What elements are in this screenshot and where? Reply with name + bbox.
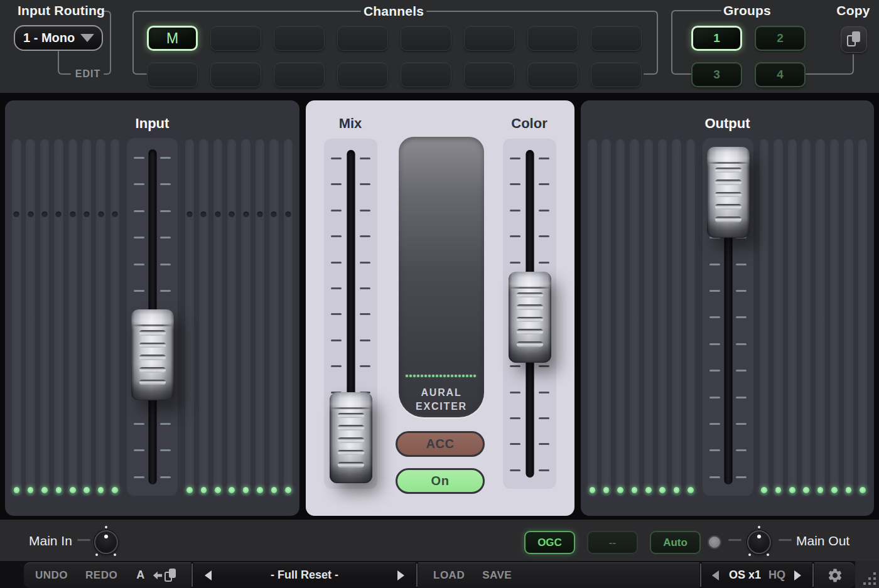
tick [736, 449, 747, 451]
tick [160, 237, 171, 238]
ddot [436, 375, 438, 377]
ledcell [830, 487, 839, 493]
bar [284, 139, 293, 496]
ab-state-button[interactable]: A [136, 569, 145, 582]
os-value[interactable]: OS x1 [729, 569, 761, 582]
channel-button-6[interactable] [464, 26, 515, 51]
channel-button-14[interactable] [464, 62, 515, 87]
undo-button[interactable]: UNDO [35, 569, 68, 582]
toolbar-preset-section: - Full Reset - [193, 562, 416, 588]
ledcell [630, 487, 639, 493]
main-in-dash [77, 539, 90, 541]
tick [360, 262, 370, 264]
channel-button-3[interactable] [274, 26, 325, 51]
ddot [417, 375, 419, 377]
channel-button-12[interactable] [337, 62, 388, 87]
copy-to-b-button[interactable] [153, 568, 178, 583]
input-fader-handle[interactable] [131, 309, 174, 400]
toolbar-file-section: LOAD SAVE [418, 562, 699, 588]
dash-button[interactable]: -- [587, 531, 638, 554]
input-fader [127, 138, 178, 496]
channel-button-13[interactable] [401, 62, 451, 87]
resize-grip[interactable] [858, 567, 877, 586]
main-in-label: Main In [29, 533, 72, 548]
ledcell [616, 487, 625, 493]
channel-button-15[interactable] [527, 62, 578, 87]
bar [199, 139, 208, 496]
input-panel: Input [5, 100, 299, 516]
ledcell [774, 487, 783, 493]
gear-icon[interactable] [827, 567, 843, 584]
input-routing-select[interactable]: 1 - Mono [14, 25, 103, 51]
tick [331, 158, 342, 159]
acc-button[interactable]: ACC [396, 431, 485, 457]
redo-button[interactable]: REDO [85, 569, 117, 582]
channel-button-8[interactable] [591, 26, 642, 51]
toolbar-os-section: OS x1 HQ [702, 562, 812, 588]
auto-button[interactable]: Auto [650, 531, 701, 554]
channel-button-9[interactable] [147, 62, 198, 87]
tick [160, 449, 171, 451]
channel-button-5[interactable] [401, 26, 451, 51]
tick [360, 210, 370, 211]
hq-toggle[interactable]: HQ [768, 569, 785, 582]
main-in-knob[interactable] [94, 530, 118, 554]
knob-indicator [757, 535, 761, 538]
bar [111, 139, 120, 496]
group-button-4[interactable]: 4 [755, 62, 806, 87]
channel-button-7[interactable] [527, 26, 578, 51]
group-button-2[interactable]: 2 [755, 26, 806, 51]
color-fader-handle[interactable] [509, 272, 551, 363]
preset-name[interactable]: - Full Reset - [212, 569, 397, 582]
main-out-knob[interactable] [747, 530, 771, 554]
bar [256, 139, 265, 496]
arrow-left-icon [153, 570, 163, 580]
tick [539, 183, 549, 185]
groove [338, 450, 364, 456]
ledcell [760, 487, 769, 493]
ddot [413, 375, 416, 377]
channel-button-4[interactable] [337, 26, 388, 51]
groove [715, 192, 741, 198]
channel-button-11[interactable] [274, 62, 325, 87]
tick [134, 423, 144, 425]
tick [331, 287, 342, 289]
groove [338, 425, 364, 430]
group-button-1[interactable]: 1 [691, 26, 742, 51]
ledcell [284, 487, 293, 493]
on-button[interactable]: On [396, 468, 485, 494]
ddot [473, 375, 476, 377]
channel-button-16[interactable] [591, 62, 642, 87]
tick [160, 290, 171, 292]
bar [185, 139, 195, 496]
tick [709, 264, 720, 265]
mix-fader-handle[interactable] [330, 392, 372, 483]
prev-preset-button[interactable] [205, 570, 212, 580]
os-prev-button[interactable] [712, 570, 719, 580]
channel-button-1[interactable]: M [147, 26, 198, 51]
main-out-dash-left [728, 539, 741, 541]
output-fader [703, 138, 753, 496]
groove [517, 292, 543, 298]
tick [736, 370, 747, 372]
load-button[interactable]: LOAD [433, 569, 465, 582]
mix-color-panel: Mix Color AURAL EXCITER ACC On [306, 100, 574, 516]
channel-button-10[interactable] [210, 62, 261, 87]
output-gain-led[interactable] [708, 535, 721, 549]
save-button[interactable]: SAVE [482, 569, 512, 582]
copy-button[interactable] [841, 26, 867, 53]
tick [360, 183, 370, 185]
os-next-button[interactable] [794, 570, 801, 580]
ogc-button[interactable]: OGC [524, 531, 575, 554]
output-fader-handle[interactable] [707, 147, 750, 238]
group-button-3[interactable]: 3 [691, 62, 742, 87]
tick [736, 423, 747, 425]
channel-buttons-grid: M [147, 26, 642, 87]
next-preset-button[interactable] [397, 570, 404, 580]
ledcell [788, 487, 797, 493]
bar [760, 139, 769, 496]
tick [709, 449, 720, 451]
tick [539, 469, 549, 471]
tick [709, 423, 720, 425]
channel-button-2[interactable] [210, 26, 261, 51]
